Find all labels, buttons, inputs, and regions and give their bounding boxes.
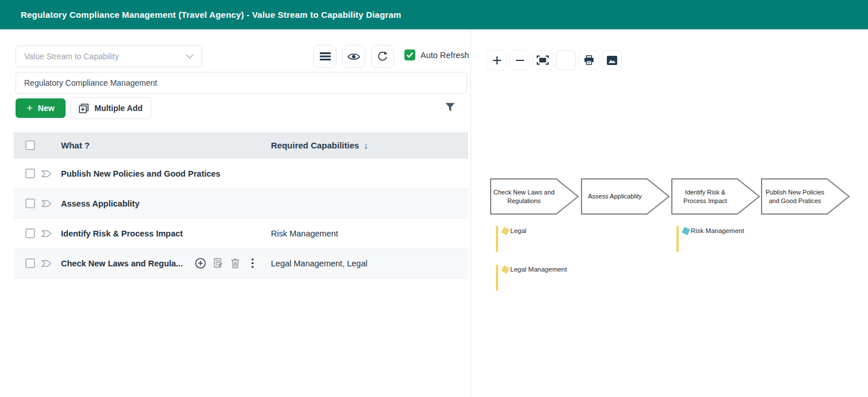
capability-bar — [496, 226, 498, 252]
diagram-type-select[interactable]: Value Stream to Capability — [16, 45, 202, 67]
auto-refresh-checkbox[interactable] — [404, 49, 415, 60]
multiple-add-label: Multiple Add — [94, 104, 142, 113]
filter-button[interactable] — [443, 102, 456, 114]
fit-to-screen-button[interactable] — [533, 50, 553, 70]
capability-diamond-icon — [682, 227, 690, 235]
diagram-panel: Check New Laws and Regulations Assess Ap… — [472, 29, 868, 397]
table-row[interactable]: Identify Risk & Process Impact Risk Mana… — [14, 219, 468, 249]
stage-label: Publish New Policies and Good Pratices — [763, 178, 827, 215]
capability-tag[interactable]: Legal — [496, 226, 526, 252]
plus-circle-icon — [195, 258, 206, 269]
kebab-menu-icon — [251, 258, 254, 268]
zoom-out-button[interactable] — [510, 50, 530, 70]
multiple-add-icon — [79, 104, 89, 113]
page-title: Regulatory Compliance Management (Travel… — [0, 10, 402, 20]
capability-diamond-icon — [501, 227, 510, 235]
new-button[interactable]: + New — [16, 98, 66, 118]
print-button[interactable] — [579, 50, 599, 70]
image-icon — [607, 56, 617, 65]
row-what: Assess Applicablity — [61, 189, 139, 219]
value-stream-stage-icon — [41, 200, 52, 207]
row-checkbox[interactable] — [25, 258, 35, 268]
row-what: Identify Risk & Process Impact — [61, 219, 183, 249]
check-icon — [406, 52, 414, 58]
fit-to-screen-icon — [537, 55, 549, 65]
value-stream-stage-icon — [41, 170, 52, 177]
value-stream-stage-icon — [41, 230, 52, 237]
capability-body: Legal — [502, 227, 526, 234]
print-icon — [584, 55, 594, 65]
eye-icon — [347, 52, 360, 61]
chevron-down-icon — [186, 54, 194, 59]
row-more-button[interactable] — [246, 257, 258, 269]
table-row[interactable]: Assess Applicablity — [14, 189, 468, 219]
capability-diamond-icon — [501, 265, 510, 274]
row-what: Check New Laws and Regula... — [61, 249, 183, 278]
export-image-button[interactable] — [602, 50, 622, 70]
stage-label: Identify Risk & Process Impact — [673, 178, 737, 215]
menu-icon — [320, 52, 331, 60]
sort-desc-icon: ↓ — [364, 132, 368, 159]
filter-icon — [445, 102, 456, 112]
stage-shape[interactable]: Identify Risk & Process Impact — [671, 178, 760, 215]
table-body: Publish New Policies and Good Pratices A… — [14, 159, 468, 278]
table-row[interactable]: Check New Laws and Regula... — [14, 249, 468, 278]
capability-label: Legal Management — [510, 266, 567, 273]
multiple-add-button[interactable]: Multiple Add — [70, 97, 151, 119]
column-header-label: Required Capabilities — [271, 132, 359, 159]
title-bar: Regulatory Compliance Management (Travel… — [0, 0, 868, 29]
add-capability-button[interactable] — [194, 257, 207, 269]
auto-refresh-label: Auto Refresh — [420, 51, 469, 60]
left-panel: Value Stream to Capability — [0, 29, 471, 397]
row-checkbox[interactable] — [25, 169, 35, 178]
auto-refresh-control: Auto Refresh — [404, 49, 469, 60]
capability-tag[interactable]: Legal Management — [496, 265, 567, 291]
row-checkbox[interactable] — [25, 228, 35, 238]
diagram-type-value: Value Stream to Capability — [24, 52, 119, 61]
zoom-in-icon — [492, 56, 502, 65]
select-all-checkbox[interactable] — [25, 140, 35, 150]
capability-bar — [676, 226, 679, 252]
edit-row-button[interactable] — [212, 257, 224, 269]
stage-label: Check New Laws and Regulations — [492, 178, 556, 215]
app-root: Regulatory Compliance Management (Travel… — [0, 0, 868, 397]
edit-document-icon — [213, 258, 223, 269]
capability-label: Legal — [510, 227, 526, 234]
zoom-in-button[interactable] — [487, 50, 507, 70]
menu-button[interactable] — [313, 45, 337, 68]
diagram-name-input[interactable] — [16, 72, 467, 94]
row-capabilities: Legal Management, Legal — [271, 249, 368, 278]
delete-row-button[interactable] — [229, 257, 241, 269]
trash-icon — [231, 258, 240, 269]
new-button-label: New — [38, 104, 55, 113]
column-header-required-capabilities[interactable]: Required Capabilities ↓ — [271, 132, 368, 159]
zoom-out-icon — [515, 56, 525, 65]
stage-label: Assess Applicablity — [583, 178, 647, 215]
column-header-what[interactable]: What ? — [61, 132, 90, 159]
capability-label: Risk Management — [691, 227, 744, 234]
row-what: Publish New Policies and Good Pratices — [61, 159, 220, 189]
value-stream-stage-icon — [41, 260, 52, 267]
stage-shape[interactable]: Publish New Policies and Good Pratices — [761, 178, 850, 215]
capability-body: Risk Management — [683, 227, 744, 234]
preview-button[interactable] — [342, 45, 365, 68]
refresh-button[interactable] — [371, 45, 394, 68]
stage-shape[interactable]: Assess Applicablity — [581, 178, 670, 215]
capability-tag[interactable]: Risk Management — [676, 226, 744, 252]
stage-shape[interactable]: Check New Laws and Regulations — [490, 178, 579, 215]
row-checkbox[interactable] — [25, 199, 35, 208]
table-header: What ? Required Capabilities ↓ — [14, 132, 468, 159]
row-capabilities: Risk Management — [271, 219, 338, 249]
table-row[interactable]: Publish New Policies and Good Pratices — [14, 159, 468, 189]
row-actions — [194, 257, 258, 269]
capability-body: Legal Management — [502, 266, 567, 273]
capability-bar — [496, 265, 498, 291]
blank-tool-button[interactable] — [556, 50, 576, 70]
refresh-icon — [377, 51, 388, 62]
plus-icon: + — [26, 102, 33, 114]
